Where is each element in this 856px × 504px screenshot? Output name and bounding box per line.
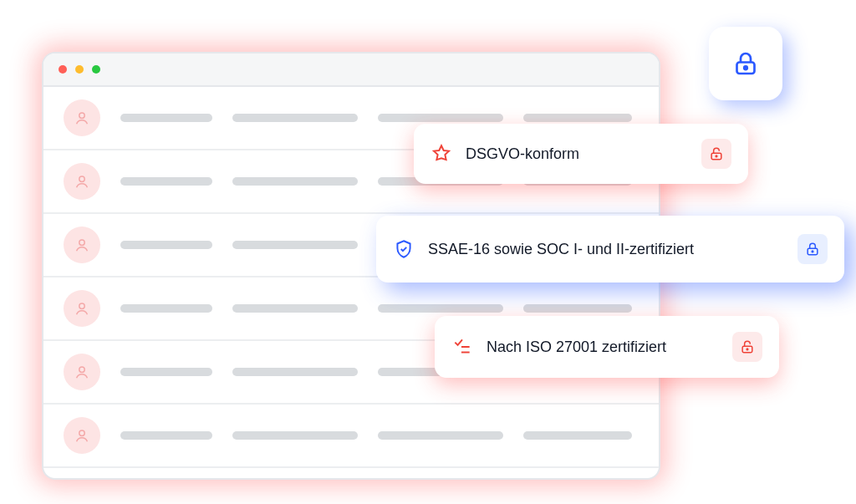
avatar xyxy=(64,290,100,327)
svg-point-7 xyxy=(744,66,747,69)
avatar xyxy=(64,163,100,200)
skeleton-bar xyxy=(232,431,358,440)
avatar xyxy=(64,354,100,390)
compliance-label: DSGVO-konform xyxy=(466,145,579,163)
compliance-card-iso27001: Nach ISO 27001 zertifiziert xyxy=(435,316,779,378)
svg-point-3 xyxy=(79,303,84,308)
skeleton-bar xyxy=(120,368,212,376)
skeleton-bar xyxy=(523,304,632,313)
minimize-icon[interactable] xyxy=(75,65,84,74)
skeleton-bar xyxy=(120,431,212,440)
svg-point-2 xyxy=(79,240,84,245)
svg-point-11 xyxy=(812,251,813,252)
window-titlebar xyxy=(43,53,659,87)
skeleton-bar xyxy=(378,114,503,122)
security-lock-badge xyxy=(709,27,782,100)
skeleton-bar xyxy=(120,114,212,122)
skeleton-bar xyxy=(378,431,503,440)
lock-chip xyxy=(732,332,762,362)
compliance-label: Nach ISO 27001 zertifiziert xyxy=(487,339,666,356)
skeleton-bar xyxy=(232,114,358,122)
skeleton-bar xyxy=(232,304,358,313)
svg-point-1 xyxy=(79,176,84,181)
compliance-card-ssae16: SSAE-16 sowie SOC I- und II-zertifiziert xyxy=(376,216,844,283)
lock-icon xyxy=(708,145,725,162)
skeleton-bar xyxy=(120,241,212,249)
skeleton-bar xyxy=(232,177,358,186)
svg-point-0 xyxy=(79,113,84,118)
skeleton-bar xyxy=(523,114,632,122)
maximize-icon[interactable] xyxy=(92,65,100,74)
compliance-card-gdpr: DSGVO-konform xyxy=(414,124,748,184)
lock-chip xyxy=(797,234,828,264)
lock-icon xyxy=(731,48,761,79)
shield-icon xyxy=(393,238,415,260)
skeleton-bar xyxy=(120,304,212,313)
close-icon[interactable] xyxy=(59,65,67,74)
lock-icon xyxy=(804,241,821,257)
compliance-label: SSAE-16 sowie SOC I- und II-zertifiziert xyxy=(428,241,694,258)
skeleton-bar xyxy=(120,177,212,186)
checklist-icon xyxy=(451,336,473,358)
skeleton-bar xyxy=(523,431,632,440)
svg-point-13 xyxy=(746,349,748,350)
svg-point-5 xyxy=(79,430,84,435)
skeleton-bar xyxy=(232,368,358,376)
avatar xyxy=(64,417,100,454)
skeleton-bar xyxy=(378,304,503,313)
list-item[interactable] xyxy=(43,405,659,468)
lock-icon xyxy=(739,339,756,355)
svg-point-9 xyxy=(716,155,717,157)
lock-chip xyxy=(701,139,731,169)
avatar xyxy=(64,227,100,263)
avatar xyxy=(64,99,100,136)
skeleton-bar xyxy=(232,241,358,249)
star-icon xyxy=(431,143,452,165)
svg-point-4 xyxy=(79,367,84,372)
